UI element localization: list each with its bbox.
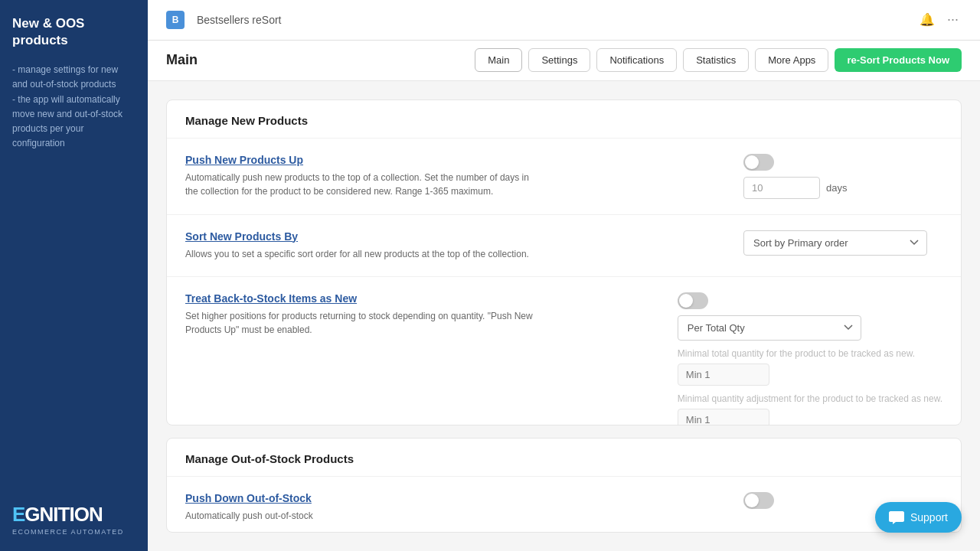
- treat-backstock-row: Treat Back-to-Stock Items as New Set hig…: [167, 277, 961, 425]
- push-new-up-control: days: [743, 154, 942, 199]
- manage-new-products-title: Manage New Products: [167, 100, 961, 139]
- min-total-label: Minimal total quantity for the product t…: [678, 347, 942, 360]
- sort-new-by-row: Sort New Products By Allows you to set a…: [167, 215, 961, 277]
- notification-bell-icon[interactable]: 🔔: [920, 12, 935, 27]
- tab-settings[interactable]: Settings: [528, 48, 590, 72]
- toggle-thumb-2: [679, 294, 693, 308]
- push-new-up-desc: Automatically push new products to the t…: [185, 171, 537, 198]
- tab-notifications[interactable]: Notifications: [596, 48, 677, 72]
- push-new-up-info: Push New Products Up Automatically push …: [185, 154, 725, 198]
- toggle-track[interactable]: [743, 154, 774, 171]
- brand-logo: EGNITION: [12, 503, 136, 527]
- treat-backstock-label[interactable]: Treat Back-to-Stock Items as New: [185, 292, 659, 305]
- push-new-up-label[interactable]: Push New Products Up: [185, 154, 725, 166]
- tab-main[interactable]: Main: [475, 48, 522, 72]
- min-total-input[interactable]: [678, 364, 769, 386]
- app-icon: B: [166, 11, 185, 29]
- content-header: Main Main Settings Notifications Statist…: [148, 41, 980, 81]
- sidebar-title: New & OOS products: [12, 15, 136, 49]
- treat-backstock-desc: Set higher positions for products return…: [185, 309, 537, 337]
- brand-sub: ECOMMERCE AUTOMATED: [12, 528, 136, 536]
- tab-more-apps[interactable]: More Apps: [755, 48, 828, 72]
- min-total-group: Minimal total quantity for the product t…: [678, 347, 942, 386]
- push-down-oos-desc: Automatically push out-of-stock: [185, 509, 537, 523]
- days-suffix: days: [826, 182, 847, 194]
- min-adj-input[interactable]: [678, 409, 769, 425]
- days-input[interactable]: [743, 177, 820, 199]
- min-adj-group: Minimal quantity adjustment for the prod…: [678, 392, 942, 425]
- sort-new-by-select[interactable]: Sort by Primary order Sort by Best Selli…: [743, 230, 927, 256]
- toggle-thumb-3: [745, 494, 759, 507]
- more-options-button[interactable]: ···: [944, 8, 962, 31]
- resort-products-button[interactable]: re-Sort Products Now: [835, 48, 962, 72]
- chat-icon: [889, 510, 904, 525]
- push-down-oos-toggle[interactable]: [743, 492, 774, 509]
- treat-backstock-info: Treat Back-to-Stock Items as New Set hig…: [185, 292, 659, 337]
- toggle-thumb: [745, 155, 759, 169]
- min-adj-label: Minimal quantity adjustment for the prod…: [678, 392, 942, 406]
- manage-new-products-body: Push New Products Up Automatically push …: [167, 139, 961, 425]
- treat-backstock-control: Per Total Qty Per Variant Qty Minimal to…: [678, 292, 942, 425]
- app-topbar: B Bestsellers reSort 🔔 ···: [148, 0, 980, 41]
- backstock-qty-select[interactable]: Per Total Qty Per Variant Qty: [678, 315, 861, 341]
- sort-new-by-desc: Allows you to set a specific sort order …: [185, 247, 537, 261]
- manage-oos-card: Manage Out-of-Stock Products Push Down O…: [166, 438, 962, 533]
- push-down-oos-row: Push Down Out-of-Stock Automatically pus…: [167, 477, 961, 533]
- days-input-group: days: [743, 177, 847, 199]
- content-area: Manage New Products Push New Products Up…: [148, 81, 980, 551]
- treat-backstock-toggle[interactable]: [678, 292, 708, 309]
- main-content: B Bestsellers reSort 🔔 ··· Main Main Set…: [148, 0, 980, 551]
- push-down-oos-info: Push Down Out-of-Stock Automatically pus…: [185, 492, 725, 523]
- sort-new-by-label[interactable]: Sort New Products By: [185, 230, 725, 243]
- manage-new-products-card: Manage New Products Push New Products Up…: [166, 99, 962, 425]
- sort-new-by-info: Sort New Products By Allows you to set a…: [185, 230, 725, 261]
- push-down-oos-label[interactable]: Push Down Out-of-Stock: [185, 492, 725, 504]
- support-label: Support: [910, 511, 948, 523]
- sidebar: New & OOS products - manage settings for…: [0, 0, 148, 551]
- manage-oos-title: Manage Out-of-Stock Products: [167, 439, 961, 477]
- toggle-track-3[interactable]: [743, 492, 774, 509]
- page-title: Main: [166, 52, 469, 68]
- toggle-track-2[interactable]: [678, 292, 708, 309]
- brand-section: EGNITION ECOMMERCE AUTOMATED: [12, 487, 136, 536]
- app-name: Bestsellers reSort: [197, 14, 910, 26]
- support-button[interactable]: Support: [875, 502, 962, 533]
- sidebar-description: - manage settings for new and out-of-sto…: [12, 63, 136, 487]
- tab-statistics[interactable]: Statistics: [683, 48, 749, 72]
- push-new-up-toggle[interactable]: [743, 154, 774, 171]
- push-new-up-row: Push New Products Up Automatically push …: [167, 139, 961, 215]
- manage-oos-body: Push Down Out-of-Stock Automatically pus…: [167, 477, 961, 533]
- sort-new-by-control: Sort by Primary order Sort by Best Selli…: [743, 230, 942, 256]
